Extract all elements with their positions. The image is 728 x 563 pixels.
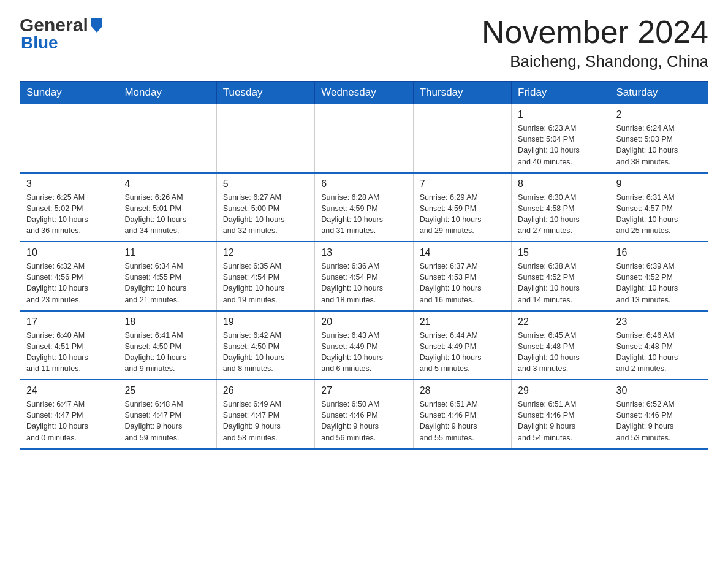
calendar-day-cell: 19Sunrise: 6:42 AM Sunset: 4:50 PM Dayli… [216,311,314,380]
day-info: Sunrise: 6:34 AM Sunset: 4:55 PM Dayligh… [124,261,210,305]
day-number: 20 [321,316,406,327]
col-friday: Friday [512,82,610,104]
calendar-day-cell [413,104,511,173]
day-number: 30 [616,385,702,396]
calendar-day-cell: 23Sunrise: 6:46 AM Sunset: 4:48 PM Dayli… [610,311,708,380]
day-info: Sunrise: 6:26 AM Sunset: 5:01 PM Dayligh… [124,192,210,237]
calendar-header: Sunday Monday Tuesday Wednesday Thursday… [20,82,708,104]
day-info: Sunrise: 6:44 AM Sunset: 4:49 PM Dayligh… [420,330,505,375]
day-info: Sunrise: 6:50 AM Sunset: 4:46 PM Dayligh… [321,399,406,443]
calendar-table: Sunday Monday Tuesday Wednesday Thursday… [20,81,708,450]
day-number: 23 [616,316,702,327]
day-number: 7 [420,178,505,190]
calendar-body: 1Sunrise: 6:23 AM Sunset: 5:04 PM Daylig… [20,104,708,449]
calendar-day-cell: 11Sunrise: 6:34 AM Sunset: 4:55 PM Dayli… [118,242,216,311]
calendar-day-cell: 29Sunrise: 6:51 AM Sunset: 4:46 PM Dayli… [512,380,610,449]
day-info: Sunrise: 6:49 AM Sunset: 4:47 PM Dayligh… [223,399,308,443]
calendar-week-row: 24Sunrise: 6:47 AM Sunset: 4:47 PM Dayli… [20,380,708,449]
calendar-day-cell: 15Sunrise: 6:38 AM Sunset: 4:52 PM Dayli… [512,242,610,311]
day-info: Sunrise: 6:45 AM Sunset: 4:48 PM Dayligh… [518,330,603,375]
logo-blue-text: Blue [21,33,104,53]
day-info: Sunrise: 6:36 AM Sunset: 4:54 PM Dayligh… [321,261,406,305]
calendar-week-row: 3Sunrise: 6:25 AM Sunset: 5:02 PM Daylig… [20,173,708,242]
day-info: Sunrise: 6:23 AM Sunset: 5:04 PM Dayligh… [518,123,603,167]
calendar-day-cell [20,104,118,173]
calendar-week-row: 17Sunrise: 6:40 AM Sunset: 4:51 PM Dayli… [20,311,708,380]
day-info: Sunrise: 6:51 AM Sunset: 4:46 PM Dayligh… [518,399,603,443]
day-number: 6 [321,178,406,190]
calendar-day-cell: 6Sunrise: 6:28 AM Sunset: 4:59 PM Daylig… [315,173,413,242]
calendar-day-cell: 20Sunrise: 6:43 AM Sunset: 4:49 PM Dayli… [315,311,413,380]
calendar-day-cell: 7Sunrise: 6:29 AM Sunset: 4:59 PM Daylig… [413,173,511,242]
day-info: Sunrise: 6:27 AM Sunset: 5:00 PM Dayligh… [223,192,308,237]
day-number: 29 [518,385,603,396]
day-info: Sunrise: 6:28 AM Sunset: 4:59 PM Dayligh… [321,192,406,237]
col-thursday: Thursday [413,82,511,104]
svg-marker-1 [91,26,102,33]
day-number: 10 [26,247,112,258]
day-info: Sunrise: 6:37 AM Sunset: 4:53 PM Dayligh… [420,261,505,305]
calendar-day-cell: 21Sunrise: 6:44 AM Sunset: 4:49 PM Dayli… [413,311,511,380]
day-info: Sunrise: 6:39 AM Sunset: 4:52 PM Dayligh… [616,261,702,305]
day-number: 15 [518,247,603,258]
calendar-day-cell: 10Sunrise: 6:32 AM Sunset: 4:56 PM Dayli… [20,242,118,311]
day-number: 14 [420,247,505,258]
day-info: Sunrise: 6:29 AM Sunset: 4:59 PM Dayligh… [420,192,505,237]
day-number: 18 [124,316,210,327]
day-info: Sunrise: 6:24 AM Sunset: 5:03 PM Dayligh… [616,123,702,167]
day-number: 5 [223,178,308,190]
day-number: 21 [420,316,505,327]
calendar-day-cell [315,104,413,173]
day-number: 26 [223,385,308,396]
calendar-day-cell: 3Sunrise: 6:25 AM Sunset: 5:02 PM Daylig… [20,173,118,242]
col-sunday: Sunday [20,82,118,104]
day-number: 17 [26,316,112,327]
day-info: Sunrise: 6:48 AM Sunset: 4:47 PM Dayligh… [124,399,210,443]
page-subtitle: Baicheng, Shandong, China [482,52,708,71]
calendar-day-cell: 30Sunrise: 6:52 AM Sunset: 4:46 PM Dayli… [610,380,708,449]
day-number: 11 [124,247,210,258]
day-number: 25 [124,385,210,396]
col-monday: Monday [118,82,216,104]
calendar-day-cell: 12Sunrise: 6:35 AM Sunset: 4:54 PM Dayli… [216,242,314,311]
calendar-day-cell: 4Sunrise: 6:26 AM Sunset: 5:01 PM Daylig… [118,173,216,242]
day-info: Sunrise: 6:43 AM Sunset: 4:49 PM Dayligh… [321,330,406,375]
calendar-day-cell: 24Sunrise: 6:47 AM Sunset: 4:47 PM Dayli… [20,380,118,449]
day-info: Sunrise: 6:31 AM Sunset: 4:57 PM Dayligh… [616,192,702,237]
day-info: Sunrise: 6:30 AM Sunset: 4:58 PM Dayligh… [518,192,603,237]
day-number: 8 [518,178,603,190]
day-number: 3 [26,178,112,190]
day-number: 22 [518,316,603,327]
calendar-day-cell: 14Sunrise: 6:37 AM Sunset: 4:53 PM Dayli… [413,242,511,311]
title-block: November 2024 Baicheng, Shandong, China [482,15,708,71]
day-info: Sunrise: 6:38 AM Sunset: 4:52 PM Dayligh… [518,261,603,305]
day-number: 28 [420,385,505,396]
page-header: General Blue November 2024 Baicheng, Sha… [20,15,708,71]
col-wednesday: Wednesday [315,82,413,104]
calendar-day-cell: 1Sunrise: 6:23 AM Sunset: 5:04 PM Daylig… [512,104,610,173]
calendar-day-cell: 22Sunrise: 6:45 AM Sunset: 4:48 PM Dayli… [512,311,610,380]
day-number: 19 [223,316,308,327]
col-tuesday: Tuesday [216,82,314,104]
logo-flag-icon [90,17,104,34]
day-number: 2 [616,109,702,120]
calendar-day-cell [118,104,216,173]
calendar-day-cell: 5Sunrise: 6:27 AM Sunset: 5:00 PM Daylig… [216,173,314,242]
day-number: 12 [223,247,308,258]
day-info: Sunrise: 6:42 AM Sunset: 4:50 PM Dayligh… [223,330,308,375]
day-number: 16 [616,247,702,258]
calendar-day-cell: 9Sunrise: 6:31 AM Sunset: 4:57 PM Daylig… [610,173,708,242]
page-title: November 2024 [482,15,708,50]
day-info: Sunrise: 6:51 AM Sunset: 4:46 PM Dayligh… [420,399,505,443]
day-info: Sunrise: 6:32 AM Sunset: 4:56 PM Dayligh… [26,261,112,305]
day-number: 27 [321,385,406,396]
calendar-day-cell: 27Sunrise: 6:50 AM Sunset: 4:46 PM Dayli… [315,380,413,449]
calendar-day-cell: 13Sunrise: 6:36 AM Sunset: 4:54 PM Dayli… [315,242,413,311]
day-number: 1 [518,109,603,120]
calendar-day-cell: 25Sunrise: 6:48 AM Sunset: 4:47 PM Dayli… [118,380,216,449]
day-info: Sunrise: 6:40 AM Sunset: 4:51 PM Dayligh… [26,330,112,375]
day-number: 4 [124,178,210,190]
calendar-day-cell: 2Sunrise: 6:24 AM Sunset: 5:03 PM Daylig… [610,104,708,173]
calendar-week-row: 10Sunrise: 6:32 AM Sunset: 4:56 PM Dayli… [20,242,708,311]
day-info: Sunrise: 6:46 AM Sunset: 4:48 PM Dayligh… [616,330,702,375]
